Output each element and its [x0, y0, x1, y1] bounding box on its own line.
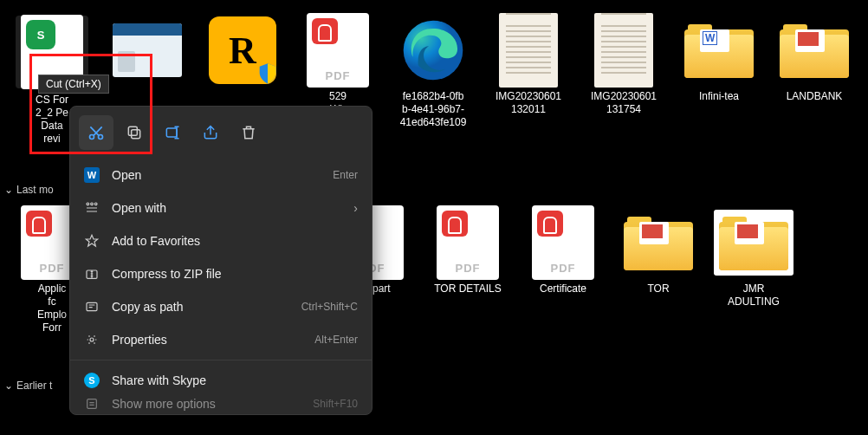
more-icon [84, 397, 100, 412]
open-app-icon: W [84, 167, 100, 183]
context-menu: W Open Enter Open with › Add to Favorite… [69, 106, 372, 415]
menu-accelerator: Shift+F10 [313, 398, 358, 410]
file-label: fe1682b4-0fbb-4e41-96b7-41ed643fe109 [400, 90, 467, 129]
file-label: CS For2_2 PeDatarevi [36, 94, 68, 146]
file-item-img132011[interactable]: IMG20230601132011 [485, 9, 572, 195]
scanned-doc-icon [494, 16, 563, 85]
svg-point-2 [99, 135, 103, 140]
menu-share-skype[interactable]: S Share with Skype [70, 364, 372, 397]
properties-icon [84, 332, 100, 347]
file-explorer-view: S CS For2_2 PeDatarevi R 529Wh3_P [0, 0, 868, 435]
file-item-edge[interactable]: fe1682b4-0fbb-4e41-96b7-41ed643fe109 [390, 9, 476, 195]
share-button[interactable] [193, 115, 228, 150]
file-item-certificate[interactable]: Certificate [520, 201, 606, 334]
menu-accelerator: Enter [333, 169, 358, 181]
copy-path-icon [84, 299, 100, 315]
svg-rect-4 [128, 127, 137, 135]
menu-accelerator: Ctrl+Shift+C [301, 301, 358, 313]
file-label: IMG20230601132011 [496, 90, 561, 116]
svg-rect-3 [132, 130, 140, 139]
group-label: Last mo [16, 184, 54, 196]
menu-properties[interactable]: Properties Alt+Enter [70, 323, 372, 356]
folder-icon [719, 208, 788, 277]
menu-label: Compress to ZIP file [112, 267, 222, 281]
chevron-down-icon: ⌄ [4, 184, 13, 196]
svg-point-11 [90, 338, 94, 341]
folder-infinitea[interactable]: Infini-tea [676, 9, 762, 195]
folder-jmr[interactable]: JMRADULTING [710, 201, 797, 334]
folder-icon [624, 208, 693, 277]
open-with-icon [84, 200, 100, 216]
group-label: Earlier t [16, 380, 52, 392]
menu-label: Copy as path [112, 300, 184, 314]
menu-separator [70, 360, 372, 360]
cut-button[interactable] [79, 115, 113, 150]
tooltip-cut: Cut (Ctrl+X) [38, 75, 109, 94]
svg-rect-5 [166, 128, 177, 137]
svg-point-1 [90, 135, 94, 140]
folder-icon [780, 16, 849, 85]
menu-label: Open with [112, 201, 166, 215]
menu-add-favorites[interactable]: Add to Favorites [70, 224, 372, 257]
folder-icon [684, 16, 754, 85]
pdf-doc-icon [303, 16, 372, 85]
menu-copy-path[interactable]: Copy as path Ctrl+Shift+C [70, 290, 372, 323]
menu-accelerator: Alt+Enter [314, 334, 358, 346]
delete-button[interactable] [231, 115, 266, 150]
menu-label: Add to Favorites [112, 234, 200, 248]
menu-show-more[interactable]: Show more options Shift+F10 [70, 397, 372, 414]
copy-button[interactable] [117, 115, 152, 150]
id-card-icon [113, 16, 182, 85]
file-item-img131754[interactable]: IMG20230601131754 [580, 9, 667, 195]
rename-button[interactable] [155, 115, 190, 150]
pdf-doc-icon [433, 208, 502, 277]
file-label: LANDBANK [787, 90, 843, 103]
folder-tor[interactable]: TOR [615, 201, 702, 334]
folder-landbank[interactable]: LANDBANK [771, 9, 858, 195]
file-label: ApplicfcEmploForr [37, 282, 67, 334]
group-header-earlier[interactable]: ⌄ Earlier t [4, 380, 52, 392]
zip-icon [84, 266, 100, 282]
chevron-right-icon: › [353, 201, 358, 215]
edge-icon [398, 16, 468, 85]
menu-label: Properties [112, 333, 167, 347]
chevron-down-icon: ⌄ [4, 380, 13, 392]
rockstar-icon: R [208, 16, 277, 85]
menu-open[interactable]: W Open Enter [70, 159, 372, 192]
menu-label: Open [112, 168, 141, 182]
svg-rect-12 [87, 399, 97, 409]
menu-label: Show more options [112, 397, 216, 411]
file-label: Certificate [540, 282, 586, 295]
file-label: Infini-tea [699, 90, 739, 103]
file-label: IMG20230601131754 [591, 90, 657, 116]
svg-point-7 [91, 203, 94, 205]
menu-compress-zip[interactable]: Compress to ZIP file [70, 257, 372, 290]
file-label: TOR DETAILS [434, 282, 502, 295]
file-label: JMRADULTING [728, 282, 780, 308]
file-label: TOR [647, 282, 669, 295]
group-header-last-month[interactable]: ⌄ Last mo [4, 184, 54, 196]
svg-point-6 [87, 203, 89, 205]
tooltip-text: Cut (Ctrl+X) [46, 78, 101, 90]
svg-point-8 [94, 203, 97, 205]
skype-icon: S [84, 373, 100, 388]
star-icon [84, 233, 100, 249]
pdf-doc-icon [528, 208, 598, 277]
menu-open-with[interactable]: Open with › [70, 192, 372, 224]
svg-rect-10 [87, 302, 97, 310]
scanned-doc-icon [589, 16, 658, 85]
menu-label: Share with Skype [112, 373, 206, 387]
file-item-tordetails[interactable]: TOR DETAILS [424, 201, 511, 334]
context-menu-quick-actions [70, 112, 372, 159]
